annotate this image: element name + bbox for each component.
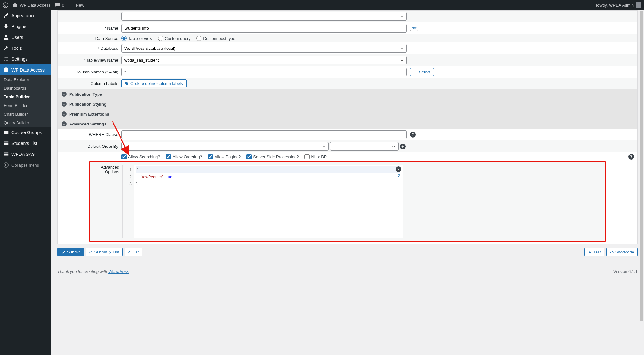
- column-names-label: Column Names (* = all): [58, 70, 121, 74]
- select-columns-button[interactable]: Select: [410, 68, 434, 76]
- line-gutter: 123: [123, 165, 134, 238]
- checkbox-allow-ordering[interactable]: Allow Ordering?: [166, 154, 202, 159]
- wrench-icon: [3, 45, 9, 51]
- sidebar-sub-chart-builder[interactable]: Chart Builder: [0, 110, 51, 118]
- shortcode-button[interactable]: Shortcode: [606, 248, 638, 256]
- section-publication-styling[interactable]: + Publication Styling: [58, 99, 637, 109]
- database-select[interactable]: WordPress database (local): [121, 44, 407, 53]
- name-input[interactable]: [121, 24, 407, 33]
- sidebar-sub-dashboards[interactable]: Dashboards: [0, 84, 51, 93]
- order-label: Default Order By: [58, 144, 121, 149]
- help-icon[interactable]: ?: [628, 154, 634, 160]
- collapse-menu-button[interactable]: Collapse menu: [0, 160, 51, 170]
- layers-icon: [3, 130, 9, 135]
- add-order-button[interactable]: +: [400, 144, 406, 149]
- test-button[interactable]: Test: [584, 248, 604, 256]
- tag-icon: [125, 82, 129, 86]
- sidebar-item-users[interactable]: Users: [0, 32, 51, 43]
- new-link[interactable]: New: [68, 2, 84, 8]
- checkbox-server-side[interactable]: Server Side Processing?: [246, 154, 299, 159]
- comments-link[interactable]: 0: [55, 2, 64, 8]
- table-select[interactable]: wpda_sas_student: [121, 56, 407, 64]
- sidebar-label: WPDA SAS: [11, 152, 35, 157]
- wordpress-icon: [3, 2, 8, 8]
- sidebar-label: WP Data Access: [11, 67, 45, 72]
- main-content: abc * Name abc Data Source Table or view…: [51, 10, 644, 280]
- collapse-label: Collapse menu: [11, 163, 39, 168]
- data-source-label: Data Source: [58, 36, 121, 41]
- bug-icon: [588, 250, 592, 254]
- abc-button[interactable]: abc: [410, 26, 418, 31]
- sidebar-item-plugins[interactable]: Plugins: [0, 21, 51, 32]
- radio-custom-query[interactable]: Custom query: [158, 36, 191, 41]
- site-name-link[interactable]: WP Data Access: [12, 2, 51, 8]
- column-labels-label: Column Labels: [58, 81, 121, 86]
- sidebar-submenu: Data Explorer Dashboards Table Builder F…: [0, 75, 51, 127]
- table-label: * Table/View Name: [58, 58, 121, 63]
- comment-icon: [55, 2, 60, 8]
- sidebar-item-tools[interactable]: Tools: [0, 43, 51, 54]
- sidebar-item-course-groups[interactable]: Course Groups: [0, 127, 51, 138]
- section-premium-extensions[interactable]: + Premium Extentions: [58, 109, 637, 119]
- sidebar-sub-form-builder[interactable]: Form Builder: [0, 101, 51, 110]
- footer-buttons: Submit SubmitList List Test Shortcode: [57, 248, 638, 256]
- radio-custom-post-type[interactable]: Custom post type: [196, 36, 235, 41]
- data-source-radios: Table or view Custom query Custom post t…: [121, 36, 235, 41]
- define-column-labels-button[interactable]: Click to define column labels: [121, 79, 187, 87]
- sidebar-item-students-list[interactable]: Students List: [0, 138, 51, 149]
- plus-circle-icon: +: [62, 92, 67, 97]
- sidebar-item-wp-data-access[interactable]: WP Data Access: [0, 64, 51, 75]
- avatar: [636, 2, 641, 8]
- checkbox-allow-searching[interactable]: Allow Searching?: [121, 154, 160, 159]
- code-editor[interactable]: 123 { "rowReorder": true } ?: [122, 165, 403, 238]
- checkbox-nl-br[interactable]: NL > BR: [304, 154, 327, 159]
- wp-logo[interactable]: [3, 2, 8, 8]
- sidebar-item-settings[interactable]: Settings: [0, 54, 51, 64]
- submit-button[interactable]: Submit: [57, 248, 84, 256]
- section-advanced-settings[interactable]: − Advanced Settings: [58, 119, 637, 129]
- order-column-select[interactable]: [121, 142, 329, 151]
- brush-icon: [3, 13, 9, 19]
- plus-circle-icon: +: [62, 111, 67, 117]
- name-label: * Name: [58, 26, 121, 31]
- list-button[interactable]: List: [125, 248, 142, 256]
- radio-table-view[interactable]: Table or view: [121, 36, 152, 41]
- scrollbar-thumb[interactable]: [640, 11, 643, 280]
- new-label: New: [76, 3, 84, 8]
- where-input[interactable]: [121, 130, 407, 139]
- order-direction-select[interactable]: [330, 142, 399, 151]
- sidebar-label: Students List: [11, 141, 37, 146]
- checkbox-allow-paging[interactable]: Allow Paging?: [208, 154, 241, 159]
- where-label: WHERE Clause: [58, 132, 121, 137]
- column-names-input[interactable]: [121, 68, 407, 76]
- database-label: * Database: [58, 46, 121, 51]
- sidebar-item-appearance[interactable]: Appearance: [0, 10, 51, 21]
- options-checkboxes: Allow Searching? Allow Ordering? Allow P…: [121, 154, 625, 159]
- wordpress-link[interactable]: WordPress: [108, 269, 129, 274]
- popout-icon[interactable]: [396, 174, 401, 179]
- sidebar-sub-table-builder[interactable]: Table Builder: [0, 93, 51, 101]
- chevron-left-icon: [128, 251, 131, 254]
- help-icon[interactable]: ?: [410, 132, 416, 138]
- section-publication-type[interactable]: + Publication Type: [58, 89, 637, 99]
- vertical-scrollbar[interactable]: [639, 10, 644, 280]
- plug-icon: [3, 24, 9, 29]
- database-icon: [3, 67, 9, 73]
- plus-circle-icon: +: [62, 102, 67, 107]
- sidebar-sub-data-explorer[interactable]: Data Explorer: [0, 75, 51, 84]
- home-icon: [12, 2, 18, 8]
- sidebar-item-wpda-sas[interactable]: WPDA SAS: [0, 149, 51, 160]
- admin-bar: WP Data Access 0 New Howdy, WPDA Admin: [0, 0, 644, 10]
- svg-point-3: [4, 163, 8, 167]
- howdy-link[interactable]: Howdy, WPDA Admin: [594, 2, 641, 8]
- sidebar-sub-query-builder[interactable]: Query Builder: [0, 118, 51, 127]
- admin-sidebar: Appearance Plugins Users Tools Settings …: [0, 10, 51, 280]
- layers-icon: [3, 151, 9, 157]
- list-icon: [413, 70, 417, 74]
- submit-list-button[interactable]: SubmitList: [86, 248, 123, 256]
- code-content[interactable]: { "rowReorder": true }: [134, 165, 403, 238]
- help-icon[interactable]: ?: [396, 166, 401, 172]
- top-select[interactable]: [121, 12, 407, 21]
- comments-count: 0: [62, 3, 64, 8]
- sliders-icon: [3, 56, 9, 62]
